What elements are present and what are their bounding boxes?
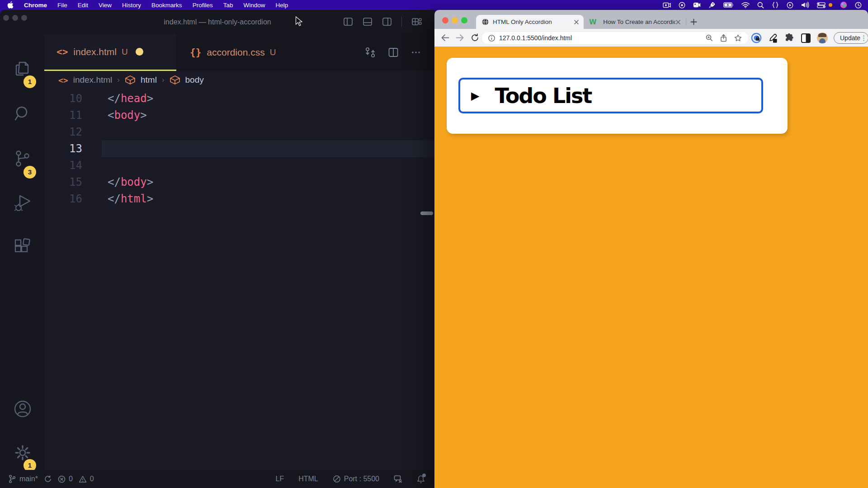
site-info-icon[interactable] bbox=[488, 35, 495, 42]
forward-button[interactable] bbox=[456, 34, 464, 42]
accordion-title[interactable]: Todo List bbox=[495, 84, 591, 108]
account-icon[interactable] bbox=[13, 399, 33, 419]
tab-index-html[interactable]: <> index.html U bbox=[44, 34, 176, 71]
language-mode[interactable]: HTML bbox=[298, 475, 318, 483]
new-tab-button[interactable] bbox=[690, 19, 697, 25]
clock-icon[interactable] bbox=[855, 2, 862, 9]
tab-title: How To Create an Accordion bbox=[603, 19, 675, 25]
extensions-icon[interactable] bbox=[13, 237, 33, 257]
line-number: 10 bbox=[59, 90, 82, 107]
toggle-sidebar-icon[interactable] bbox=[343, 17, 353, 27]
menu-app-name[interactable]: Chrome bbox=[24, 2, 47, 9]
browser-menu-icon[interactable] bbox=[863, 35, 864, 41]
back-button[interactable] bbox=[441, 34, 449, 42]
tab-how-to-create-an-accordion[interactable]: W' How To Create an Accordion bbox=[589, 15, 697, 29]
menu-bookmarks[interactable]: Bookmarks bbox=[151, 2, 182, 9]
details-marker-icon[interactable]: ▶ bbox=[471, 89, 479, 102]
menu-view[interactable]: View bbox=[99, 2, 112, 9]
titlebar-separator bbox=[401, 17, 402, 27]
menu-profiles[interactable]: Profiles bbox=[193, 2, 213, 9]
code-line[interactable]: 10 </head> bbox=[44, 90, 435, 107]
code-line[interactable]: 15 </body> bbox=[44, 174, 435, 191]
menu-history[interactable]: History bbox=[122, 2, 141, 9]
address-bar[interactable]: 127.0.0.1:5500/index.html bbox=[482, 32, 748, 44]
bookmark-star-icon[interactable] bbox=[734, 34, 742, 42]
scrollbar-thumb[interactable] bbox=[420, 211, 433, 215]
toggle-panel-icon[interactable] bbox=[363, 17, 373, 27]
battery-icon[interactable] bbox=[723, 2, 734, 8]
menu-tab[interactable]: Tab bbox=[223, 2, 233, 9]
chrome-update-button[interactable]: Update bbox=[834, 32, 868, 44]
git-status-untracked: U bbox=[122, 47, 128, 57]
code-line[interactable]: 11 <body> bbox=[44, 107, 435, 124]
warnings-count: 0 bbox=[90, 475, 94, 483]
warning-icon bbox=[79, 475, 87, 483]
code-line[interactable]: 12 bbox=[44, 124, 435, 141]
menu-help[interactable]: Help bbox=[275, 2, 288, 9]
chrome-window-controls bbox=[442, 17, 467, 23]
extensions-row: Update bbox=[751, 32, 868, 44]
volume-icon[interactable] bbox=[801, 2, 809, 8]
close-tab-icon[interactable] bbox=[675, 19, 681, 25]
live-server-port[interactable]: Port : 5500 bbox=[333, 475, 379, 483]
playback-icon[interactable] bbox=[787, 2, 793, 9]
warnings-indicator[interactable]: 0 bbox=[79, 475, 94, 483]
wifi-icon[interactable] bbox=[741, 2, 750, 8]
dark-mode-extension-icon[interactable] bbox=[801, 33, 811, 43]
share-icon[interactable] bbox=[720, 34, 727, 42]
privacy-extension-icon[interactable] bbox=[751, 33, 762, 43]
toggle-secondary-sidebar-icon[interactable] bbox=[382, 17, 392, 27]
code-line[interactable]: 16 </html> bbox=[44, 191, 435, 207]
line-number: 16 bbox=[59, 191, 82, 207]
layout-controls bbox=[343, 16, 422, 27]
split-editor-icon[interactable] bbox=[388, 47, 399, 58]
breadcrumb-file[interactable]: index.html bbox=[73, 75, 113, 85]
menu-window[interactable]: Window bbox=[243, 2, 265, 9]
tab-accordion-css[interactable]: {} accordion.css U bbox=[176, 34, 312, 71]
unsaved-dot-icon[interactable] bbox=[136, 48, 143, 56]
git-branch-indicator[interactable]: main* bbox=[8, 474, 38, 483]
braces-icon[interactable] bbox=[772, 2, 779, 8]
extensions-puzzle-icon[interactable] bbox=[784, 33, 795, 43]
profile-avatar[interactable] bbox=[817, 33, 828, 43]
code-line-current[interactable]: 13 bbox=[44, 141, 435, 157]
run-debug-icon[interactable] bbox=[13, 193, 33, 213]
spotlight-search-icon[interactable] bbox=[757, 2, 764, 9]
zoom-window-button[interactable] bbox=[461, 17, 467, 23]
menu-file[interactable]: File bbox=[57, 2, 67, 9]
customize-layout-icon[interactable] bbox=[411, 16, 422, 27]
menu-edit[interactable]: Edit bbox=[78, 2, 88, 9]
breadcrumb-node[interactable]: html bbox=[141, 75, 157, 85]
screen-capture-icon[interactable] bbox=[663, 2, 671, 8]
accordion-summary[interactable]: ▶ Todo List bbox=[458, 78, 763, 113]
camera-icon[interactable] bbox=[693, 2, 701, 8]
eol-indicator[interactable]: LF bbox=[275, 475, 284, 483]
color-picker-extension-icon[interactable] bbox=[768, 33, 778, 43]
close-tab-icon[interactable] bbox=[574, 19, 579, 25]
record-icon[interactable] bbox=[679, 2, 685, 9]
reload-button[interactable] bbox=[471, 33, 479, 42]
minimize-window-button[interactable] bbox=[452, 17, 458, 23]
accordion-card: ▶ Todo List bbox=[447, 58, 788, 134]
tab-html-only-accordion[interactable]: HTML Only Accordion bbox=[476, 15, 584, 29]
close-window-button[interactable] bbox=[442, 17, 448, 23]
open-changes-icon[interactable] bbox=[364, 47, 376, 58]
code-line[interactable]: 14 bbox=[44, 157, 435, 174]
line-number: 12 bbox=[59, 124, 82, 141]
siri-icon[interactable] bbox=[840, 1, 847, 9]
url-text[interactable]: 127.0.0.1:5500/index.html bbox=[499, 34, 706, 42]
zoom-page-icon[interactable] bbox=[706, 34, 713, 42]
sync-changes-button[interactable] bbox=[44, 475, 52, 483]
feedback-button[interactable] bbox=[394, 475, 402, 483]
search-icon[interactable] bbox=[13, 104, 33, 124]
apple-logo-icon[interactable] bbox=[7, 1, 14, 9]
breadcrumb: <> index.html › html › body bbox=[44, 71, 435, 89]
errors-indicator[interactable]: 0 bbox=[58, 475, 73, 483]
rocket-icon[interactable] bbox=[708, 1, 716, 9]
more-actions-icon[interactable] bbox=[410, 47, 421, 58]
notifications-button[interactable] bbox=[417, 475, 425, 483]
code-editor[interactable]: 10 </head> 11 <body> 12 13 14 15 </body>… bbox=[44, 89, 435, 470]
chevron-right-icon: › bbox=[117, 75, 120, 84]
control-center-icon[interactable] bbox=[817, 2, 826, 8]
breadcrumb-node[interactable]: body bbox=[185, 75, 204, 85]
